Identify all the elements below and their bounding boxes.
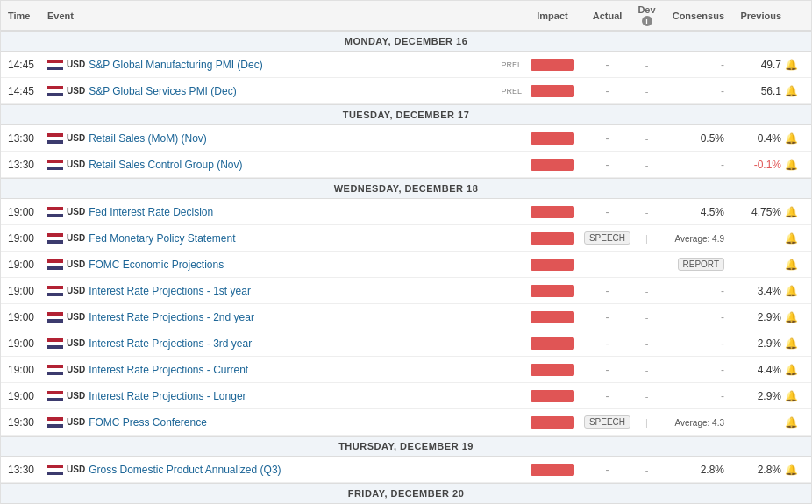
currency-label: USD — [67, 133, 85, 143]
dev-col: - — [631, 286, 662, 296]
impact-bar — [531, 232, 574, 245]
alert-bell-active[interactable]: 🔔 — [785, 206, 798, 218]
alert-col[interactable]: 🔔 — [785, 285, 804, 297]
consensus-col: 0.5% — [662, 132, 728, 145]
event-name[interactable]: Interest Rate Projections - Longer — [89, 390, 522, 402]
alert-col[interactable]: 🔔 — [785, 464, 804, 476]
event-time: 19:00 — [8, 206, 47, 218]
event-name[interactable]: Interest Rate Projections - Current — [89, 364, 522, 376]
alert-bell-inactive[interactable]: 🔔 — [785, 159, 798, 171]
previous-col: -0.1% — [728, 159, 785, 171]
day-separator-4: FRIDAY, DECEMBER 20 — [1, 483, 811, 504]
flag-icon — [47, 259, 63, 270]
alert-bell-inactive[interactable]: 🔔 — [785, 364, 798, 376]
currency-label: USD — [67, 259, 85, 269]
event-name[interactable]: Fed Interest Rate Decision — [89, 206, 522, 218]
impact-col — [522, 59, 583, 71]
previous-col: 2.8% — [728, 464, 785, 476]
event-name[interactable]: Retail Sales (MoM) (Nov) — [89, 132, 522, 145]
day-separator-3: THURSDAY, DECEMBER 19 — [1, 436, 811, 457]
header-impact: Impact — [522, 11, 583, 21]
alert-col[interactable]: 🔔 — [785, 259, 804, 271]
economic-calendar: Time Event Impact Actual Dev i Consensus… — [0, 0, 812, 504]
alert-bell-inactive[interactable]: 🔔 — [785, 311, 798, 323]
alert-col[interactable]: 🔔 — [785, 206, 804, 218]
table-row: 19:00USDFOMC Economic ProjectionsREPORT🔔 — [1, 252, 811, 278]
impact-col — [522, 390, 583, 402]
flag-icon — [47, 60, 63, 70]
event-name[interactable]: Interest Rate Projections - 1st year — [89, 285, 522, 297]
event-col: USDInterest Rate Projections - Current — [47, 364, 522, 376]
event-name[interactable]: Interest Rate Projections - 3rd year — [89, 337, 522, 350]
impact-col — [522, 416, 583, 429]
consensus-col: - — [662, 85, 728, 97]
alert-col[interactable]: 🔔 — [785, 311, 804, 323]
alert-col[interactable]: 🔔 — [785, 59, 804, 71]
previous-col: 49.7 — [728, 59, 785, 71]
alert-bell-inactive[interactable]: 🔔 — [785, 259, 798, 271]
prel-tag: PREL — [501, 87, 522, 96]
event-name[interactable]: FOMC Economic Projections — [89, 259, 522, 271]
event-name[interactable]: Interest Rate Projections - 2nd year — [89, 311, 522, 323]
actual-col: - — [583, 132, 631, 145]
event-col: USDInterest Rate Projections - 3rd year — [47, 337, 522, 350]
event-name[interactable]: S&P Global Services PMI (Dec) — [89, 85, 498, 97]
table-header: Time Event Impact Actual Dev i Consensus… — [1, 1, 811, 31]
dev-col: - — [631, 60, 662, 70]
event-time: 19:00 — [8, 311, 47, 323]
flag-icon — [47, 86, 63, 96]
event-time: 19:00 — [8, 390, 47, 402]
alert-bell-inactive[interactable]: 🔔 — [785, 337, 798, 350]
alert-col[interactable]: 🔔 — [785, 337, 804, 350]
previous-col: 4.4% — [728, 364, 785, 376]
alert-bell-inactive[interactable]: 🔔 — [785, 285, 798, 297]
currency-label: USD — [67, 365, 85, 374]
event-time: 19:00 — [8, 232, 47, 245]
alert-col[interactable]: 🔔 — [785, 390, 804, 402]
consensus-col: 4.5% — [662, 206, 728, 218]
flag-icon — [47, 233, 63, 244]
alert-bell-inactive[interactable]: 🔔 — [785, 85, 798, 97]
alert-bell-inactive[interactable]: 🔔 — [785, 232, 798, 245]
alert-col[interactable]: 🔔 — [785, 159, 804, 171]
alert-col[interactable]: 🔔 — [785, 416, 804, 429]
currency-label: USD — [67, 233, 85, 243]
impact-bar — [531, 59, 574, 71]
event-name[interactable]: Retail Sales Control Group (Nov) — [89, 159, 522, 171]
event-name[interactable]: Gross Domestic Product Annualized (Q3) — [89, 464, 522, 476]
consensus-col: Average: 4.9 — [662, 232, 728, 245]
day-separator-0: MONDAY, DECEMBER 16 — [1, 31, 811, 52]
flag-icon — [47, 133, 63, 144]
impact-bar — [531, 159, 574, 171]
event-time: 13:30 — [8, 464, 47, 476]
previous-col: 4.75% — [728, 206, 785, 218]
dev-col: - — [631, 133, 662, 144]
alert-col[interactable]: 🔔 — [785, 85, 804, 97]
impact-bar — [531, 132, 574, 145]
alert-bell-inactive[interactable]: 🔔 — [785, 390, 798, 402]
alert-col[interactable]: 🔔 — [785, 232, 804, 245]
alert-bell-inactive[interactable]: 🔔 — [785, 416, 798, 429]
event-name[interactable]: S&P Global Manufacturing PMI (Dec) — [89, 59, 498, 71]
currency-label: USD — [67, 391, 85, 401]
actual-col: - — [583, 364, 631, 376]
currency-label: USD — [67, 160, 85, 169]
alert-bell-active[interactable]: 🔔 — [785, 464, 798, 476]
header-time: Time — [8, 11, 47, 21]
alert-col[interactable]: 🔔 — [785, 132, 804, 145]
pipe-separator: | — [645, 417, 648, 428]
impact-bar — [531, 464, 574, 476]
average-label: Average: 4.3 — [674, 418, 724, 428]
actual-col: - — [583, 311, 631, 323]
alert-bell-active[interactable]: 🔔 — [785, 132, 798, 145]
impact-bar — [531, 206, 574, 218]
alert-col[interactable]: 🔔 — [785, 364, 804, 376]
impact-bar — [531, 259, 574, 271]
impact-col — [522, 132, 583, 145]
consensus-col: - — [662, 364, 728, 376]
dev-info-icon[interactable]: i — [642, 16, 652, 26]
alert-bell-inactive[interactable]: 🔔 — [785, 59, 798, 71]
event-name[interactable]: FOMC Press Conference — [89, 416, 522, 429]
header-consensus: Consensus — [662, 11, 728, 21]
event-name[interactable]: Fed Monetary Policy Statement — [89, 232, 522, 245]
